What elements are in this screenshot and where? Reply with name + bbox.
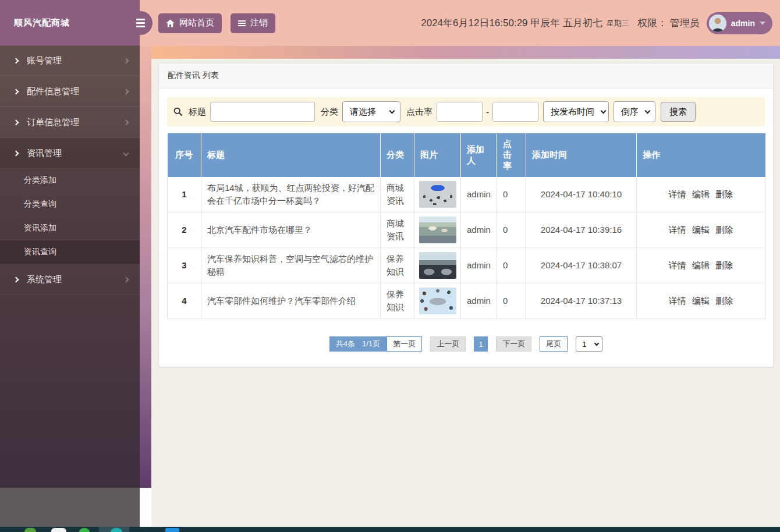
- sidebar-item-parts-info-management[interactable]: 配件信息管理: [0, 76, 140, 107]
- background-strip: [140, 488, 151, 527]
- topbar-right: 2024年6月12日16:50:29 甲辰年 五月初七 星期三 权限： 管理员 …: [421, 12, 780, 34]
- chevron-down-icon: [760, 22, 765, 25]
- row-time: 2024-04-17 10:37:13: [526, 283, 637, 319]
- taskbar-app-icon[interactable]: [51, 528, 66, 532]
- main-content: 配件资讯 列表 标题 分类 请选择 点击率 - 按发布时间 倒序: [151, 59, 780, 527]
- panel-title: 配件资讯 列表: [159, 63, 773, 88]
- row-adder: admin: [461, 177, 497, 212]
- detail-link[interactable]: 详情: [669, 189, 686, 199]
- magnifier-icon: [173, 107, 183, 116]
- sidebar-item-label: 配件信息管理: [27, 86, 79, 97]
- last-page-button[interactable]: 尾页: [540, 336, 568, 352]
- detail-link[interactable]: 详情: [669, 225, 686, 235]
- os-taskbar: [0, 527, 780, 532]
- row-time: 2024-04-17 10:39:16: [526, 212, 637, 248]
- title-input[interactable]: [210, 102, 315, 122]
- sidebar-item-label: 账号管理: [27, 55, 62, 66]
- permission-text: 权限： 管理员: [637, 16, 700, 30]
- taskbar-app-icon[interactable]: [165, 528, 179, 532]
- table-row: 4 汽车零部件如何维护？汽车零部件介绍 保养知识 admin 0 2024-04…: [168, 283, 765, 319]
- chevron-down-icon: [389, 108, 395, 114]
- row-hits: 0: [497, 248, 526, 283]
- delete-link[interactable]: 删除: [715, 189, 733, 199]
- delete-link[interactable]: 删除: [715, 296, 733, 306]
- logout-button[interactable]: 注销: [231, 13, 275, 33]
- header-actions: 操作: [637, 133, 765, 177]
- header-image: 图片: [414, 133, 461, 177]
- hits-to-input[interactable]: [492, 102, 538, 122]
- header-time: 添加时间: [526, 133, 637, 177]
- header-index: 序号: [168, 133, 201, 177]
- edit-link[interactable]: 编辑: [692, 225, 710, 235]
- chevron-right-icon: [13, 150, 19, 156]
- chevron-right-icon: [123, 58, 129, 63]
- username-label: admin: [731, 19, 755, 28]
- sidebar-subitem-category-add[interactable]: 分类添加: [0, 169, 140, 193]
- background-gradient-strip: [140, 46, 151, 488]
- site-home-button[interactable]: 网站首页: [158, 13, 222, 33]
- sidebar-subitem-category-query[interactable]: 分类查询: [0, 193, 140, 217]
- sidebar-subitem-news-add[interactable]: 资讯添加: [0, 217, 140, 240]
- table-row: 2 北京汽车配件市场在哪里？ 商城资讯 admin 0 2024-04-17 1…: [168, 212, 765, 248]
- category-select[interactable]: 请选择: [342, 101, 400, 122]
- sidebar-item-account-management[interactable]: 账号管理: [0, 45, 140, 76]
- taskbar-app-icon[interactable]: [79, 528, 90, 532]
- sidebar-toggle-button[interactable]: [129, 11, 153, 35]
- row-thumbnail: [419, 252, 456, 279]
- table-row: 3 汽车保养知识科普，空调与空气滤芯的维护秘籍 保养知识 admin 0 202…: [168, 248, 765, 283]
- hamburger-icon: [136, 19, 145, 27]
- delete-link[interactable]: 删除: [715, 225, 733, 235]
- page-number-select[interactable]: 1: [576, 336, 602, 352]
- chevron-right-icon: [13, 58, 19, 63]
- search-button[interactable]: 搜索: [661, 102, 696, 122]
- detail-link[interactable]: 详情: [669, 260, 686, 270]
- row-index: 4: [168, 283, 201, 319]
- delete-link[interactable]: 删除: [715, 260, 733, 270]
- edit-link[interactable]: 编辑: [692, 260, 710, 270]
- sidebar-item-news-management[interactable]: 资讯管理: [0, 138, 140, 169]
- chevron-down-icon: [601, 108, 607, 114]
- site-home-label: 网站首页: [179, 17, 214, 29]
- header-title: 标题: [201, 133, 381, 177]
- datetime-text: 2024年6月12日16:50:29 甲辰年 五月初七: [421, 16, 602, 30]
- sidebar-footer-area: [0, 488, 140, 527]
- header-adder: 添加人: [461, 133, 497, 177]
- edit-link[interactable]: 编辑: [692, 296, 710, 306]
- row-adder: admin: [461, 248, 497, 283]
- edit-link[interactable]: 编辑: [692, 189, 710, 199]
- avatar: [709, 15, 726, 32]
- pagination: 共4条 1/1页 第一页 上一页 1 下一页 尾页 1: [159, 336, 773, 352]
- prev-page-button[interactable]: 上一页: [430, 336, 466, 352]
- detail-link[interactable]: 详情: [669, 296, 686, 306]
- range-separator: -: [486, 107, 489, 117]
- sidebar-subitem-label: 分类添加: [24, 175, 56, 186]
- sidebar-subitem-label: 资讯查询: [24, 247, 56, 257]
- taskbar-app-icon[interactable]: [111, 528, 122, 532]
- row-index: 2: [168, 212, 201, 248]
- row-title: 汽车保养知识科普，空调与空气滤芯的维护秘籍: [201, 248, 381, 283]
- list-icon: [238, 20, 246, 26]
- sidebar-subitem-news-query[interactable]: 资讯查询: [0, 240, 140, 264]
- row-thumbnail: [419, 288, 456, 314]
- hits-from-input[interactable]: [437, 102, 483, 122]
- header-hits: 点击率: [497, 133, 526, 177]
- current-page-button[interactable]: 1: [474, 336, 488, 352]
- next-page-button[interactable]: 下一页: [496, 336, 531, 352]
- taskbar-app-icon[interactable]: [24, 528, 36, 532]
- sidebar-item-system-management[interactable]: 系统管理: [0, 264, 140, 295]
- sidebar-item-order-info-management[interactable]: 订单信息管理: [0, 107, 140, 138]
- chevron-down-icon: [645, 108, 651, 114]
- sort-field-select[interactable]: 按发布时间: [543, 101, 609, 122]
- sidebar-item-label: 资讯管理: [27, 148, 62, 159]
- chevron-right-icon: [13, 119, 19, 125]
- user-menu[interactable]: admin: [707, 12, 772, 34]
- total-count: 共4条: [336, 339, 355, 349]
- sort-order-select[interactable]: 倒序: [614, 101, 655, 122]
- search-bar: 标题 分类 请选择 点击率 - 按发布时间 倒序 搜索: [167, 97, 765, 126]
- chevron-down-icon: [594, 341, 599, 345]
- home-icon: [166, 19, 175, 27]
- sidebar-item-label: 系统管理: [27, 274, 62, 285]
- sidebar: 账号管理 配件信息管理 订单信息管理 资讯管理 分类添加 分类查询 资讯添加 资…: [0, 45, 140, 488]
- background-gradient-strip: [151, 46, 780, 59]
- first-page-button[interactable]: 第一页: [387, 336, 422, 352]
